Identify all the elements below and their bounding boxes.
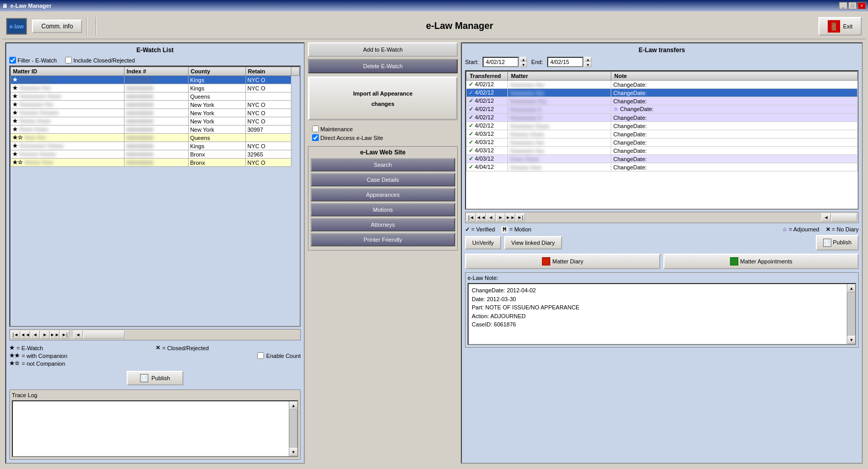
table-row[interactable]: ✓ 4/03/12 Xxxxxxx Xxxxx ChangeDate: [467,130,858,138]
app-title: e-Law Manager [101,21,818,32]
delete-ewatch-button[interactable]: Delete E-Watch [308,59,458,73]
trace-log-area[interactable]: ▲ ▼ [12,400,298,457]
close-button[interactable]: × [858,2,866,9]
table-row[interactable]: ★ Xxxxxxxxxx Xxxxx 0000/00000 Queens [11,92,300,101]
transfers-nav-prev-far[interactable]: ◄◄ [476,213,486,222]
note-text: ChangeDate: 2012-04-02 Date: 2012-03-30 … [472,286,852,329]
start-date-input[interactable] [483,57,519,67]
ewatch-table-scroll[interactable]: Matter ID Index # County Retain ★ Xxxxxx… [10,67,300,206]
table-row[interactable]: ✓ 4/03/12 Xxxxx Xxxxx ChangeDate: [467,155,858,163]
note-scroll-down[interactable]: ▼ [847,336,856,344]
nav-prev-far[interactable]: ◄◄ [21,331,30,339]
transfers-nav-col-right[interactable] [831,213,857,222]
maintenance-checkbox[interactable] [312,126,319,132]
transfers-nav-next-far[interactable]: ►► [506,213,515,222]
middle-top: Add to E-Watch Delete E-Watch [308,42,458,73]
printer-friendly-button[interactable]: Printer Friendly [311,233,455,246]
middle-panel: Add to E-Watch Delete E-Watch Import all… [308,42,458,464]
ewatch-legend: ★ = E-Watch ✕ = Closed/Rejected ★★ = wit… [9,345,301,367]
trace-scroll-down[interactable]: ▼ [289,448,298,456]
ewatch-publish-button[interactable]: 📄 Publish [127,371,183,385]
end-date-input[interactable] [547,57,583,67]
elaw-website-section: e-Law Web Site Search Case Details Appea… [308,146,458,251]
import-appearances-button[interactable]: Import all Appearance changes [308,76,458,120]
main-container: e-law Comm. info e-Law Manager 🚪 Exit E-… [0,11,868,469]
matter-appointments-button[interactable]: Matter Appointments [663,254,859,269]
nav-prev[interactable]: ◄ [30,331,40,339]
transfers-publish-button[interactable]: 📄 Publish [816,235,859,251]
trace-scroll-up[interactable]: ▲ [289,401,298,410]
legend-no-diary: ✕ = No Diary [826,226,859,233]
transfers-nav-next[interactable]: ► [496,213,505,222]
direct-access-label[interactable]: Direct Access e-Law Site [312,134,454,141]
filter-checkbox-label[interactable]: Filter - E-Watch [9,57,57,64]
motions-button[interactable]: Motions [311,203,455,216]
transfers-nav-prev[interactable]: ◄ [486,213,495,222]
enable-count-container: Enable Count [156,352,301,359]
transfers-nav-col-left[interactable]: ◄ [822,213,831,222]
table-row[interactable]: ✓ 4/02/12 Xxxxxxxxxx Xxx ChangeDate: [467,97,858,105]
search-button[interactable]: Search [311,158,455,171]
nav-next[interactable]: ► [40,331,50,339]
col-retain: Retain [245,67,291,76]
table-row[interactable]: ★ Xxxxxxxxx Xxx 0000/00000 New York NYC … [11,101,300,109]
end-date-down[interactable]: ▼ [584,62,592,67]
nav-scroll-right[interactable] [83,331,125,339]
table-row[interactable]: ★☆ Xxxxxx Xxxx 0000/00000 Bronx NYC O [11,159,300,167]
table-row[interactable]: ★ Xxxxxx Xxxxx 0000/00000 New York NYC O [11,117,300,126]
table-row[interactable]: ✓ 4/02/12 Xxxxxxxxx Xxx ChangeDate: [467,81,858,89]
end-date-control: ▲ ▼ [547,57,592,67]
unverify-button[interactable]: UnVerify [465,236,501,249]
table-row[interactable]: ✓ 4/03/12 Xxxxxxxxx Xxx ChangeDate: [467,147,858,155]
appearances-button[interactable]: Appearances [311,188,455,201]
maximize-button[interactable]: □ [848,2,857,9]
exit-button[interactable]: 🚪 Exit [818,17,862,36]
elaw-note-title: e-Law Note: [468,275,856,281]
start-date-down[interactable]: ▼ [520,62,527,67]
direct-access-checkbox[interactable] [312,134,319,141]
case-details-button[interactable]: Case Details [311,173,455,186]
end-date-up[interactable]: ▲ [584,57,592,62]
transfers-publish-icon: 📄 [823,239,831,247]
comm-info-button[interactable]: Comm. info [32,20,82,33]
transfers-table-container[interactable]: Transferred Matter Note ✓ 4/02/12 Xxxxxx… [465,70,859,210]
table-row[interactable]: ★ Xxxxx Xxxxx 0000/00000 New York 30997 [11,126,300,134]
table-row[interactable]: ★ Xxxxxxxx Xxx 0000/00000 Kings NYC O [11,76,300,84]
nav-scroll-left[interactable]: ◄ [73,331,83,339]
start-date-control: ▲ ▼ [483,57,527,67]
table-row[interactable]: ★ Xxxxxxx Xxxxxxx 0000/00000 New York NY… [11,109,300,117]
table-row[interactable]: ✓ 4/04/12 Xxxxxxx Xxxx ChangeDate: [467,163,858,171]
view-linked-diary-button[interactable]: View linked Diary [504,236,562,249]
col-index: Index # [124,67,188,76]
maintenance-label[interactable]: Maintenance [312,126,454,132]
star-cell: ★ Xxxxxxxx Xxx [11,76,125,84]
table-row[interactable]: ✓ 4/02/12 Xxxxxxxxxx X ☆ ChangeDate: [467,105,858,114]
matter-diary-icon [542,257,550,265]
nav-next-far[interactable]: ►► [50,331,59,339]
col-note: Note [611,72,858,81]
table-row[interactable]: ★ Xxxxxxx Xxxxxx 0000/00000 Bronx 32965 [11,150,300,159]
table-row[interactable]: ★ Xxxxxxxxxx Xxxxxx 0000/00000 Kings NYC… [11,142,300,150]
nav-first[interactable]: |◄ [11,331,20,339]
include-closed-checkbox[interactable] [65,57,72,64]
table-row[interactable]: ★ Xxxxxxxx Xxx 0000/00000 Kings NYC O [11,84,300,92]
table-row[interactable]: ✓ 4/02/12 Xxxxxxxxx Xxx ChangeDate: [467,89,858,97]
transfers-nav-first[interactable]: |◄ [467,213,476,222]
legend-not-companion: ★☆ = not Companion [9,360,154,367]
include-closed-label[interactable]: Include Closed/Rejected [65,57,135,64]
enable-count-checkbox[interactable] [257,352,264,359]
add-ewatch-button[interactable]: Add to E-Watch [308,42,458,57]
title-bar-controls: _ □ × [839,2,866,9]
nav-last[interactable]: ►| [60,331,69,339]
start-date-up[interactable]: ▲ [520,57,527,62]
matter-diary-button[interactable]: Matter Diary [465,254,660,269]
table-row[interactable]: ✓ 4/02/12 Xxxxxxxxxx X ChangeDate: [467,114,858,122]
attorneys-button[interactable]: Attorneys [311,218,455,231]
table-row[interactable]: ★☆ Xxxx Xxx 0000/00000 Queens [11,134,300,142]
minimize-button[interactable]: _ [839,2,847,9]
note-scroll-up[interactable]: ▲ [847,284,856,292]
table-row[interactable]: ✓ 4/02/12 Xxxxxxxxx Xxxxx ChangeDate: [467,122,858,130]
table-row[interactable]: ✓ 4/03/12 Xxxxxxxxx Xxx ChangeDate: [467,138,858,147]
filter-checkbox[interactable] [9,57,16,64]
transfers-nav-last[interactable]: ►| [516,213,525,222]
